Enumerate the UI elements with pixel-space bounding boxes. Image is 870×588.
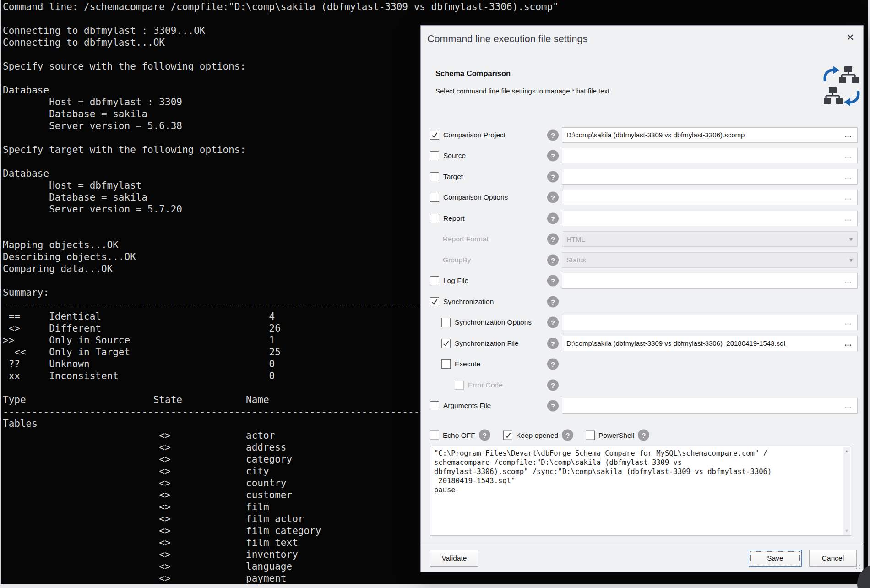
target-help-icon[interactable]: ? [547, 171, 559, 182]
setting-row-synchronization-file: Synchronization File?D:\comp\sakila (dbf… [421, 333, 864, 354]
comparison-options-checkbox[interactable] [430, 193, 439, 202]
powershell-checkbox[interactable] [586, 430, 595, 440]
setting-row-report-format: Report Format?HTML▾ [421, 229, 864, 250]
inline-option-keep-opened: Keep opened? [503, 430, 573, 441]
arguments-file-checkbox[interactable] [430, 401, 439, 410]
log-file-input[interactable]: … [562, 273, 858, 289]
target-checkbox[interactable] [430, 172, 439, 181]
dialog-heading: Schema Comparison [435, 69, 511, 78]
synchronization-options-input[interactable]: … [562, 315, 858, 330]
comparison-options-input[interactable]: … [562, 190, 858, 205]
frame-bottom-edge [0, 584, 870, 588]
report-format-dropdown-arrow-icon: ▾ [845, 235, 857, 243]
log-file-browse-button[interactable]: … [839, 277, 857, 285]
command-line-settings-dialog: Command line execution file settings ✕ S… [420, 25, 864, 572]
echo-off-checkbox[interactable] [430, 430, 439, 440]
save-button[interactable]: Save [749, 550, 802, 567]
setting-row-target: Target?… [421, 166, 864, 187]
report-checkbox[interactable] [430, 214, 439, 223]
groupby-help-icon[interactable]: ? [547, 254, 559, 266]
execute-checkbox[interactable] [441, 359, 451, 369]
synchronization-file-browse-button[interactable]: … [839, 339, 857, 348]
report-label: Report [443, 214, 465, 223]
inline-options-row: Echo OFF?Keep opened?PowerShell? [421, 425, 864, 445]
report-input[interactable]: … [562, 211, 858, 226]
report-format-dropdown: HTML▾ [562, 231, 858, 247]
keep-opened-checkbox[interactable] [503, 430, 512, 440]
groupby-label: GroupBy [443, 256, 471, 264]
target-input[interactable]: … [562, 169, 858, 185]
powershell-label: PowerShell [598, 431, 634, 439]
synchronization-file-checkbox[interactable] [441, 339, 451, 348]
scroll-down-icon[interactable]: ▼ [845, 528, 849, 535]
arguments-file-browse-button[interactable]: … [839, 402, 857, 410]
synchronization-options-checkbox[interactable] [441, 318, 451, 327]
synchronization-options-label: Synchronization Options [455, 318, 532, 327]
comparison-project-input[interactable]: D:\comp\sakila (dbfmylast-3309 vs dbfmyl… [562, 127, 858, 143]
setting-row-comparison-project: Comparison Project?D:\comp\sakila (dbfmy… [421, 125, 864, 146]
report-format-help-icon[interactable]: ? [547, 234, 559, 245]
bat-file-text-area[interactable]: "C:\Program Files\Devart\dbForge Schema … [430, 446, 851, 536]
error-code-help-icon[interactable]: ? [547, 379, 559, 391]
close-icon: ✕ [846, 33, 854, 42]
setting-row-synchronization: Synchronization? [421, 291, 864, 312]
keep-opened-label: Keep opened [516, 431, 558, 439]
comparison-project-help-icon[interactable]: ? [547, 129, 559, 141]
synchronization-label: Synchronization [443, 298, 494, 306]
report-format-label: Report Format [443, 235, 489, 243]
validate-button[interactable]: Validate [430, 550, 478, 567]
frame-right-edge [868, 0, 870, 588]
comparison-options-label: Comparison Options [443, 193, 508, 201]
arguments-file-input[interactable]: … [562, 398, 858, 414]
resize-grip[interactable] [855, 564, 861, 570]
log-file-help-icon[interactable]: ? [547, 275, 559, 287]
settings-rows: Comparison Project?D:\comp\sakila (dbfmy… [421, 125, 864, 416]
synchronization-file-help-icon[interactable]: ? [547, 338, 559, 349]
setting-row-synchronization-options: Synchronization Options?… [421, 312, 864, 333]
synchronization-help-icon[interactable]: ? [547, 296, 559, 307]
echo-off-help-icon[interactable]: ? [479, 430, 490, 441]
source-label: Source [443, 152, 466, 160]
cancel-button[interactable]: Cancel [809, 550, 857, 567]
execute-help-icon[interactable]: ? [547, 359, 559, 370]
source-help-icon[interactable]: ? [547, 150, 559, 162]
bat-script-text: "C:\Program Files\Devart\dbForge Schema … [434, 449, 841, 495]
report-help-icon[interactable]: ? [547, 212, 559, 224]
execute-label: Execute [455, 360, 480, 368]
arguments-file-help-icon[interactable]: ? [547, 400, 559, 412]
setting-row-report: Report?… [421, 208, 864, 229]
comparison-project-browse-button[interactable]: … [839, 131, 857, 139]
inline-option-powershell: PowerShell? [586, 430, 649, 441]
source-browse-button[interactable]: … [839, 152, 857, 160]
log-file-checkbox[interactable] [430, 276, 439, 285]
synchronization-options-help-icon[interactable]: ? [547, 317, 559, 328]
setting-row-comparison-options: Comparison Options?… [421, 187, 864, 208]
synchronization-options-browse-button[interactable]: … [839, 318, 857, 327]
setting-row-arguments-file: Arguments File?… [421, 396, 864, 417]
synchronization-file-input[interactable]: D:\comp\sakila (dbfmylast-3309 vs dbfmyl… [562, 336, 858, 351]
scroll-up-icon[interactable]: ▲ [845, 447, 849, 453]
textarea-scrollbar[interactable]: ▲ ▼ [843, 447, 850, 535]
error-code-label: Error Code [468, 381, 503, 389]
frame-left-edge [0, 0, 1, 588]
source-checkbox[interactable] [430, 151, 439, 160]
keep-opened-help-icon[interactable]: ? [562, 430, 573, 441]
comparison-project-value: D:\comp\sakila (dbfmylast-3309 vs dbfmyl… [562, 131, 839, 139]
setting-row-groupby: GroupBy?Status▾ [421, 250, 864, 271]
groupby-value: Status [562, 256, 845, 264]
target-label: Target [443, 173, 463, 181]
setting-row-execute: Execute? [421, 354, 864, 375]
comparison-project-checkbox[interactable] [430, 131, 439, 140]
log-file-label: Log File [443, 277, 468, 285]
close-button[interactable]: ✕ [843, 30, 858, 44]
source-input[interactable]: … [562, 148, 858, 163]
target-browse-button[interactable]: … [839, 173, 857, 181]
button-bar-separator [421, 544, 864, 544]
report-browse-button[interactable]: … [839, 214, 857, 223]
setting-row-error-code: Error Code? [421, 375, 864, 396]
synchronization-checkbox[interactable] [430, 297, 439, 306]
comparison-options-browse-button[interactable]: … [839, 193, 857, 201]
powershell-help-icon[interactable]: ? [638, 430, 649, 441]
error-code-checkbox[interactable] [455, 381, 464, 390]
comparison-options-help-icon[interactable]: ? [547, 192, 559, 203]
